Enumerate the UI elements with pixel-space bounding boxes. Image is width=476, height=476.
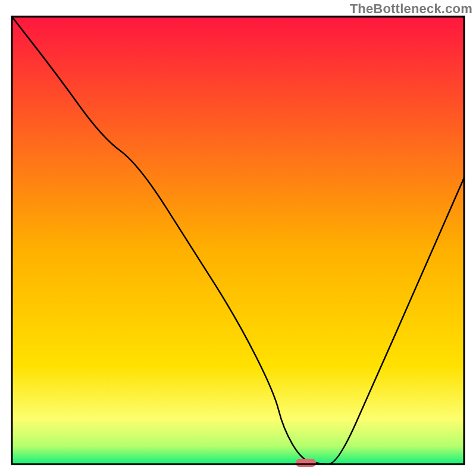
plot-area <box>12 17 464 467</box>
chart-container: TheBottleneck.com <box>0 0 476 476</box>
watermark-text: TheBottleneck.com <box>350 1 472 17</box>
chart-svg <box>0 0 476 476</box>
optimal-marker <box>296 459 316 467</box>
plot-background <box>12 17 464 464</box>
